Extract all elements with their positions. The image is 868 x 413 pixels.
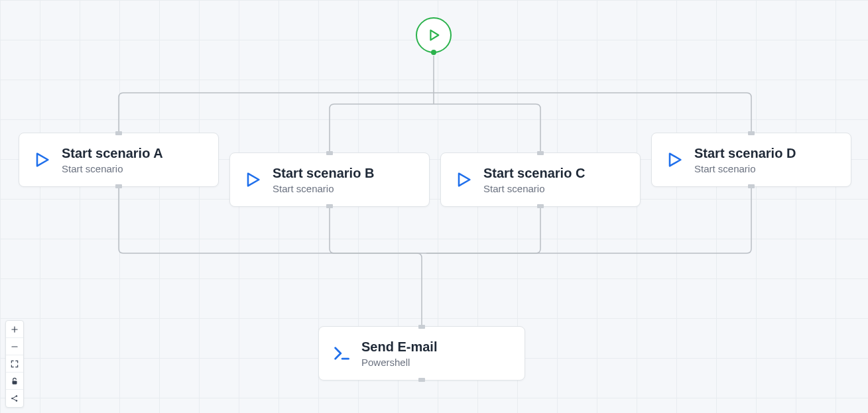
node-title: Start scenario B [273,165,374,182]
svg-point-3 [16,400,18,402]
node-subtitle: Start scenario [694,163,796,174]
connector-handle[interactable] [326,151,333,155]
play-icon [426,28,441,42]
node-start-scenario-b[interactable]: Start scenario B Start scenario [229,152,430,207]
connector-handle[interactable] [537,151,544,155]
svg-point-1 [11,398,13,400]
node-title: Start scenario C [483,165,585,182]
svg-point-2 [16,395,18,397]
node-subtitle: Start scenario [483,183,585,194]
node-start-scenario-d[interactable]: Start scenario D Start scenario [651,133,851,187]
connector-handle[interactable] [748,184,755,188]
play-icon [454,170,473,189]
node-subtitle: Powershell [361,357,437,368]
node-subtitle: Start scenario [62,163,163,174]
node-title: Start scenario A [62,145,163,162]
share-icon [10,394,19,403]
node-send-email[interactable]: Send E-mail Powershell [318,326,525,381]
node-title: Start scenario D [694,145,796,162]
zoom-out-button[interactable] [6,338,23,355]
play-icon [665,150,684,169]
fit-view-button[interactable] [6,355,23,373]
start-connector-dot [431,50,436,55]
play-icon [243,170,262,189]
lock-button[interactable] [6,373,23,390]
start-node[interactable] [416,17,452,53]
play-icon [32,150,51,169]
connector-handle[interactable] [326,204,333,208]
node-title: Send E-mail [361,339,437,355]
node-start-scenario-a[interactable]: Start scenario A Start scenario [19,133,219,187]
fullscreen-icon [10,359,19,369]
connector-handle[interactable] [537,204,544,208]
svg-rect-0 [13,381,17,384]
node-subtitle: Start scenario [273,183,374,194]
connector-handle[interactable] [748,131,755,135]
zoom-in-button[interactable] [6,321,23,338]
lock-icon [10,377,19,386]
minus-icon [10,342,19,351]
plus-icon [10,325,19,334]
workflow-canvas[interactable]: Start scenario A Start scenario Start sc… [0,0,868,413]
terminal-icon [332,344,351,363]
node-start-scenario-c[interactable]: Start scenario C Start scenario [440,152,641,207]
connector-handle[interactable] [115,131,122,135]
canvas-toolbar [5,320,24,408]
connector-handle[interactable] [115,184,122,188]
connector-handle[interactable] [418,378,425,382]
connector-handle[interactable] [418,325,425,329]
share-button[interactable] [6,390,23,407]
